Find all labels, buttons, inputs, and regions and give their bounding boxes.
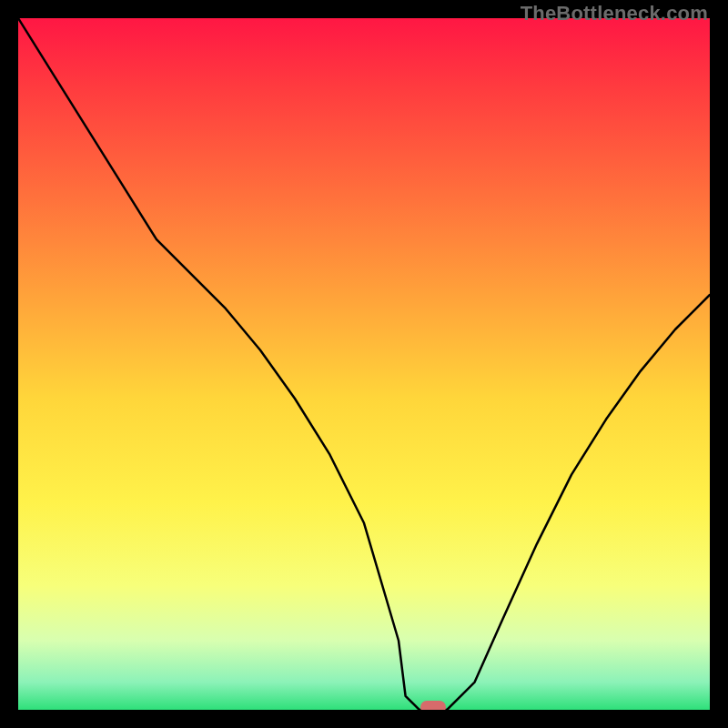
bottleneck-curve [18,18,710,710]
plot-area [18,18,710,710]
optimal-marker [420,701,446,710]
chart-container: TheBottleneck.com [0,0,728,728]
watermark-text: TheBottleneck.com [521,2,708,25]
